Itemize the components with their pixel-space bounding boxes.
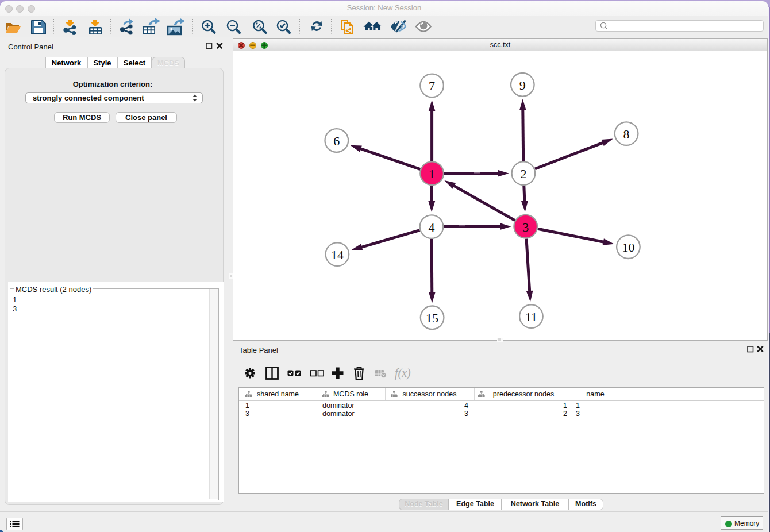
- svg-text:f(x): f(x): [395, 367, 411, 380]
- svg-text:11: 11: [525, 310, 537, 324]
- svg-text:6: 6: [333, 134, 340, 148]
- svg-text:3: 3: [522, 220, 529, 234]
- svg-text:9: 9: [519, 78, 526, 92]
- svg-text:1: 1: [429, 167, 435, 181]
- svg-text:10: 10: [622, 240, 634, 255]
- svg-text:15: 15: [426, 311, 438, 325]
- svg-text:2: 2: [520, 167, 526, 181]
- svg-text:14: 14: [331, 248, 344, 262]
- svg-text:4: 4: [429, 220, 435, 234]
- svg-text:7: 7: [429, 79, 435, 93]
- svg-text:8: 8: [623, 127, 630, 141]
